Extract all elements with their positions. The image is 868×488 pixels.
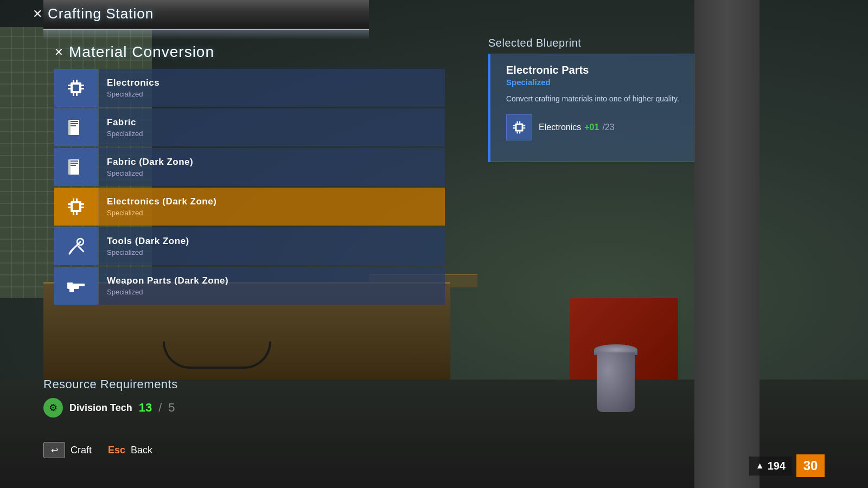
svg-rect-45: [517, 121, 518, 124]
book-icon: [65, 117, 87, 138]
blueprint-accent-bar: [488, 54, 490, 162]
blueprint-panel: Selected Blueprint Electronic Parts Spec…: [488, 37, 694, 162]
craft-item-tools-dz[interactable]: Tools (Dark Zone) Specialized: [54, 227, 445, 265]
svg-rect-48: [519, 132, 520, 134]
craft-item-sub-fabric: Specialized: [107, 130, 437, 138]
craft-label: Craft: [71, 445, 92, 456]
svg-rect-5: [81, 88, 84, 89]
svg-rect-18: [71, 165, 76, 166]
craft-item-name-fabric: Fabric: [107, 117, 437, 128]
svg-rect-28: [73, 212, 74, 215]
svg-rect-15: [69, 159, 79, 175]
craft-item-content-electronics: Electronics Specialized: [98, 69, 445, 107]
level-value: 30: [803, 458, 818, 473]
blueprint-output-label: Electronics: [539, 123, 581, 132]
window-title: Crafting Station: [48, 5, 154, 22]
blueprint-output-info: Electronics +01 /23: [539, 123, 615, 132]
craft-item-name-electronics: Electronics: [107, 78, 437, 88]
svg-rect-16: [71, 160, 78, 162]
svg-rect-23: [68, 207, 71, 208]
svg-rect-26: [73, 198, 74, 201]
craft-item-electronics-dz[interactable]: Electronics (Dark Zone) Specialized: [54, 188, 445, 226]
output-chip-icon: [511, 119, 527, 136]
back-control[interactable]: Esc Back: [108, 445, 152, 456]
craft-item-icon-tools-dz: [54, 227, 98, 265]
craft-control[interactable]: ↩ Craft: [43, 442, 92, 458]
craft-item-sub-weapon-dz: Specialized: [107, 288, 437, 296]
svg-rect-1: [73, 85, 79, 91]
material-conversion-icon: ✕: [54, 46, 63, 59]
svg-rect-44: [524, 127, 526, 129]
resource-count-current: 13: [139, 401, 152, 415]
book-dz-icon: [65, 156, 87, 178]
svg-rect-6: [73, 80, 74, 82]
resource-count-separator: /: [158, 401, 162, 415]
craft-item-content-electronics-dz: Electronics (Dark Zone) Specialized: [98, 188, 445, 226]
xp-value: 194: [768, 460, 786, 472]
craft-button[interactable]: ↩: [43, 442, 65, 458]
blueprint-box: Electronic Parts Specialized Convert cra…: [488, 54, 694, 162]
svg-rect-2: [68, 85, 71, 86]
craft-item-name-weapon-dz: Weapon Parts (Dark Zone): [107, 275, 437, 286]
svg-rect-27: [76, 198, 78, 201]
ui-overlay: ✕ Crafting Station ✕ Material Conversion: [0, 0, 868, 488]
craft-item-name-tools-dz: Tools (Dark Zone): [107, 236, 437, 247]
svg-rect-22: [68, 203, 71, 205]
blueprint-item-name: Electronic Parts: [506, 64, 683, 76]
svg-rect-4: [81, 85, 84, 86]
blueprint-section-label: Selected Blueprint: [488, 37, 694, 49]
blueprint-box-wrapper: Electronic Parts Specialized Convert cra…: [488, 54, 694, 162]
hud-xp: ▲ 194: [749, 457, 792, 476]
hud-level: 30: [796, 454, 825, 477]
svg-rect-17: [71, 163, 78, 164]
svg-rect-42: [513, 127, 515, 129]
resource-count-required: 5: [168, 401, 175, 415]
craft-item-icon-fabric: [54, 108, 98, 146]
svg-rect-43: [524, 125, 526, 126]
craft-item-name-fabric-dz: Fabric (Dark Zone): [107, 157, 437, 168]
craft-item-content-weapon-dz: Weapon Parts (Dark Zone) Specialized: [98, 267, 445, 305]
svg-rect-24: [81, 203, 84, 205]
blueprint-box-inner: Electronic Parts Specialized Convert cra…: [500, 64, 683, 140]
svg-rect-36: [78, 284, 85, 286]
panel-title: ✕ Material Conversion: [54, 43, 445, 61]
tools-icon: [65, 235, 87, 257]
blueprint-item-quality: Specialized: [506, 78, 683, 87]
craft-list: Electronics Specialized Fabric: [54, 69, 445, 305]
svg-rect-40: [517, 125, 522, 130]
craft-item-content-tools-dz: Tools (Dark Zone) Specialized: [98, 227, 445, 265]
svg-rect-13: [71, 125, 76, 126]
blueprint-output-icon: [506, 114, 532, 140]
svg-rect-21: [73, 203, 79, 210]
craft-item-content-fabric: Fabric Specialized: [98, 108, 445, 146]
craft-item-fabric[interactable]: Fabric Specialized: [54, 108, 445, 146]
craft-item-weapon-dz[interactable]: Weapon Parts (Dark Zone) Specialized: [54, 267, 445, 305]
svg-rect-12: [71, 123, 78, 124]
svg-rect-9: [76, 93, 78, 96]
craft-button-icon: ↩: [51, 445, 58, 455]
svg-rect-10: [69, 120, 79, 135]
svg-rect-11: [71, 121, 78, 122]
svg-rect-14: [68, 120, 71, 135]
svg-rect-19: [68, 159, 71, 175]
svg-rect-25: [81, 207, 84, 208]
svg-rect-8: [73, 93, 74, 96]
blueprint-description: Convert crafting materials into one of h…: [506, 93, 683, 105]
material-conversion-label: Material Conversion: [69, 43, 214, 61]
craft-item-fabric-dz[interactable]: Fabric (Dark Zone) Specialized: [54, 148, 445, 186]
back-label: Back: [131, 445, 152, 456]
svg-rect-46: [519, 121, 520, 124]
craft-item-name-electronics-dz: Electronics (Dark Zone): [107, 196, 437, 207]
craft-item-electronics[interactable]: Electronics Specialized: [54, 69, 445, 107]
craft-item-icon-electronics: [54, 69, 98, 107]
craft-item-icon-weapon-dz: [54, 267, 98, 305]
crafting-station-icon: ✕: [33, 7, 42, 21]
division-tech-icon: ⚙: [43, 398, 63, 418]
blueprint-output-count: /23: [602, 123, 614, 132]
hud-bottom-right: ▲ 194 30: [749, 454, 825, 477]
blueprint-output: Electronics +01 /23: [506, 114, 683, 140]
chip-dz-icon: [65, 196, 87, 217]
bottom-controls: ↩ Craft Esc Back: [43, 442, 152, 458]
title-bar: ✕ Crafting Station: [33, 5, 154, 22]
craft-item-icon-electronics-dz: [54, 188, 98, 226]
